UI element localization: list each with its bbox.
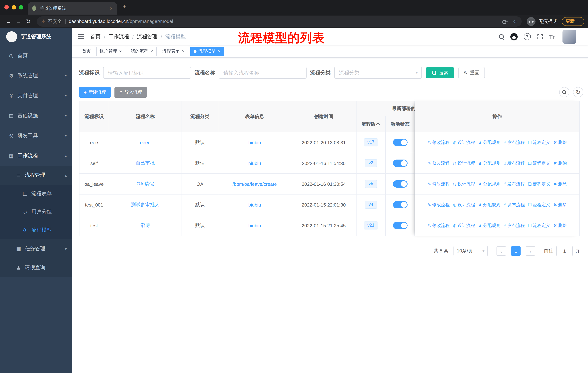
form-link[interactable]: biubiu [248, 140, 261, 145]
browser-tab[interactable]: 芋道管理系统 × [28, 2, 117, 15]
breadcrumb-item[interactable]: 工作流程 [109, 33, 129, 40]
delete-link[interactable]: ✖删除 [554, 181, 567, 187]
page-size-select[interactable]: 10条/页 ▾ [453, 246, 488, 256]
sidebar-item-process-model[interactable]: ✈流程模型 [0, 221, 72, 239]
publish-process-link[interactable]: ☝发布流程 [504, 139, 525, 146]
form-link[interactable]: /bpm/oa/leave/create [232, 181, 277, 187]
tag-process-form[interactable]: 流程表单× [159, 46, 188, 56]
design-process-link[interactable]: ◎设计流程 [453, 139, 475, 146]
active-toggle-switch[interactable] [393, 222, 407, 229]
design-process-link[interactable]: ◎设计流程 [453, 222, 475, 229]
form-link[interactable]: biubiu [248, 161, 261, 166]
edit-process-link[interactable]: ✎修改流程 [428, 160, 450, 166]
process-name-link[interactable]: 测试多审批人 [131, 202, 159, 208]
active-toggle-switch[interactable] [393, 201, 407, 208]
close-icon[interactable]: × [181, 49, 185, 53]
edit-process-link[interactable]: ✎修改流程 [428, 139, 450, 146]
tag-process-model[interactable]: 流程模型× [190, 46, 224, 56]
publish-process-link[interactable]: ☝发布流程 [504, 160, 525, 166]
sidebar-item-devtools[interactable]: ⚒研发工具▾ [0, 126, 72, 146]
assign-rule-link[interactable]: ♟分配规则 [478, 222, 501, 229]
delete-link[interactable]: ✖删除 [554, 202, 567, 208]
sidebar-item-home[interactable]: ◷首页 [0, 46, 72, 66]
identifier-filter-input[interactable] [103, 67, 191, 79]
publish-process-link[interactable]: ☝发布流程 [504, 222, 525, 229]
sidebar-item-leave-query[interactable]: ♟请假查询 [0, 258, 72, 277]
page-jump-input[interactable] [556, 246, 573, 256]
breadcrumb-item[interactable]: 流程管理 [137, 33, 158, 40]
fullscreen-icon[interactable] [537, 33, 543, 40]
sidebar-item-infrastructure[interactable]: ▤基础设施▾ [0, 106, 72, 126]
password-key-icon[interactable] [502, 18, 508, 24]
forward-button[interactable]: → [13, 18, 23, 24]
sidebar-item-process-form[interactable]: ❏流程表单 [0, 185, 72, 203]
reset-button[interactable]: ↻ 重置 [458, 67, 485, 78]
help-icon[interactable]: ? [524, 33, 531, 40]
process-definition-link[interactable]: ❏流程定义 [528, 222, 550, 229]
tab-close-icon[interactable]: × [109, 5, 113, 11]
process-definition-link[interactable]: ❏流程定义 [528, 202, 550, 208]
import-process-button[interactable]: ↥ 导入流程 [114, 87, 147, 98]
next-page-button[interactable]: › [526, 246, 535, 256]
process-definition-link[interactable]: ❏流程定义 [528, 139, 550, 146]
sidebar-item-user-group[interactable]: ☺用户分组 [0, 203, 72, 221]
user-avatar[interactable] [562, 30, 576, 43]
new-tab-button[interactable]: + [123, 3, 126, 10]
process-name-link[interactable]: 滔博 [141, 222, 150, 229]
github-icon[interactable] [510, 33, 517, 40]
toggle-search-button[interactable] [559, 87, 569, 97]
process-name-link[interactable]: eeee [140, 140, 151, 145]
publish-process-link[interactable]: ☝发布流程 [504, 181, 525, 187]
reload-button[interactable]: ↻ [23, 18, 33, 25]
window-minimize-button[interactable] [12, 5, 16, 10]
delete-link[interactable]: ✖删除 [554, 222, 567, 229]
edit-process-link[interactable]: ✎修改流程 [428, 181, 450, 187]
process-definition-link[interactable]: ❏流程定义 [528, 160, 550, 166]
tag-my-process[interactable]: 我的流程× [128, 46, 157, 56]
process-definition-link[interactable]: ❏流程定义 [528, 181, 550, 187]
edit-process-link[interactable]: ✎修改流程 [428, 222, 450, 229]
assign-rule-link[interactable]: ♟分配规则 [478, 202, 501, 208]
sidebar-item-payment[interactable]: ¥支付管理▾ [0, 86, 72, 106]
form-link[interactable]: biubiu [248, 223, 261, 228]
design-process-link[interactable]: ◎设计流程 [453, 202, 475, 208]
breadcrumb-item[interactable]: 首页 [90, 33, 101, 40]
active-toggle-switch[interactable] [393, 180, 407, 188]
delete-link[interactable]: ✖删除 [554, 160, 567, 166]
browser-menu-kebab-icon[interactable]: ⋮ [577, 19, 581, 24]
window-zoom-button[interactable] [19, 5, 23, 10]
sidebar-item-task-management[interactable]: ▣任务管理▾ [0, 239, 72, 258]
delete-link[interactable]: ✖删除 [554, 139, 567, 146]
address-bar[interactable]: ⚠ 不安全 dashboard.yudao.iocoder.cn /bpm/ma… [37, 16, 522, 26]
search-button[interactable]: 搜索 [426, 67, 454, 78]
window-close-button[interactable] [4, 5, 9, 10]
tag-home[interactable]: 首页 [79, 46, 94, 56]
prev-page-button[interactable]: ‹ [496, 246, 506, 256]
publish-process-link[interactable]: ☝发布流程 [504, 202, 525, 208]
process-name-link[interactable]: OA 请假 [136, 181, 154, 187]
page-1-button[interactable]: 1 [511, 246, 521, 256]
name-filter-input[interactable] [219, 67, 307, 79]
sidebar-item-workflow[interactable]: ▦工作流程▴ [0, 146, 72, 166]
close-icon[interactable]: × [218, 49, 221, 53]
refresh-table-button[interactable]: ↻ [573, 87, 583, 97]
sidebar-item-process-management[interactable]: ≣流程管理▴ [0, 166, 72, 185]
assign-rule-link[interactable]: ♟分配规则 [478, 181, 501, 187]
design-process-link[interactable]: ◎设计流程 [453, 160, 475, 166]
sidebar-fold-icon[interactable] [78, 34, 84, 39]
active-toggle-switch[interactable] [393, 160, 407, 167]
bookmark-star-icon[interactable]: ☆ [512, 18, 517, 25]
close-icon[interactable]: × [119, 49, 122, 53]
search-icon[interactable] [499, 34, 504, 39]
browser-update-button[interactable]: 更新 ⋮ [562, 17, 584, 26]
process-name-link[interactable]: 自己审批 [136, 160, 155, 166]
back-button[interactable]: ← [4, 18, 13, 24]
create-process-button[interactable]: + 新建流程 [79, 87, 111, 98]
edit-process-link[interactable]: ✎修改流程 [428, 202, 450, 208]
sidebar-item-system[interactable]: ⚙系统管理▾ [0, 66, 72, 86]
design-process-link[interactable]: ◎设计流程 [453, 181, 475, 187]
form-link[interactable]: biubiu [248, 202, 261, 207]
assign-rule-link[interactable]: ♟分配规则 [478, 160, 501, 166]
active-toggle-switch[interactable] [393, 139, 407, 146]
font-size-icon[interactable]: T T [549, 34, 555, 39]
